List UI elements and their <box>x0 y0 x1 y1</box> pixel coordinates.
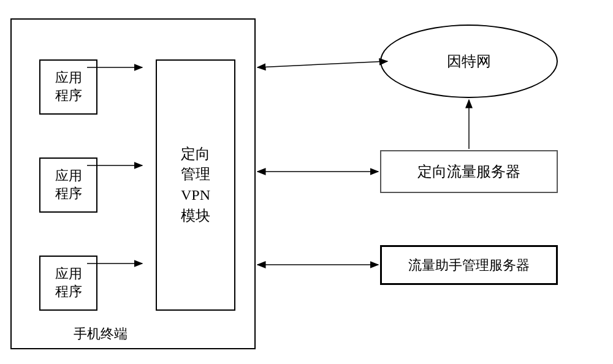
traffic-server-label: 定向流量服务器 <box>417 162 520 181</box>
internet-label: 因特网 <box>447 51 491 71</box>
phone-terminal-container: 应用 程序 应用 程序 应用 程序 定向 管理 VPN 模块 <box>10 18 256 349</box>
phone-terminal-label: 手机终端 <box>74 325 128 343</box>
app-label-2: 应用 程序 <box>55 167 82 202</box>
traffic-server-box: 定向流量服务器 <box>380 150 558 193</box>
app-label-3: 应用 程序 <box>55 265 82 300</box>
svg-line-5 <box>257 61 387 67</box>
vpn-module-label: 定向 管理 VPN 模块 <box>181 144 210 226</box>
internet-ellipse: 因特网 <box>380 25 558 98</box>
vpn-module-box: 定向 管理 VPN 模块 <box>156 59 235 311</box>
app-box-1: 应用 程序 <box>39 59 97 115</box>
assistant-server-box: 流量助手管理服务器 <box>380 245 558 285</box>
app-box-3: 应用 程序 <box>39 256 97 311</box>
app-box-2: 应用 程序 <box>39 157 97 213</box>
app-label-1: 应用 程序 <box>55 69 82 104</box>
assistant-server-label: 流量助手管理服务器 <box>408 256 530 275</box>
